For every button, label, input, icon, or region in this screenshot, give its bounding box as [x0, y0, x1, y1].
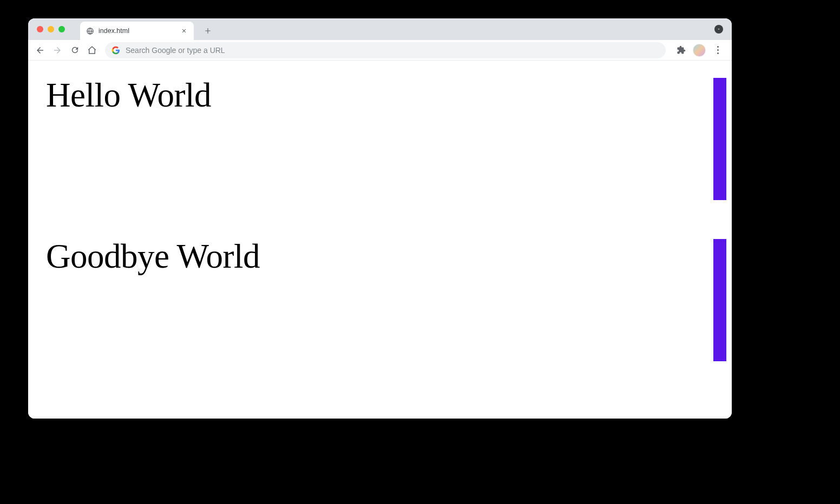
- address-bar[interactable]: Search Google or type a URL: [105, 42, 666, 58]
- close-window-button[interactable]: [37, 26, 43, 32]
- home-button[interactable]: [84, 43, 100, 58]
- search-tabs-button[interactable]: [714, 25, 723, 34]
- reload-button[interactable]: [67, 43, 82, 58]
- google-icon: [111, 46, 120, 55]
- browser-tab[interactable]: index.html: [80, 22, 194, 40]
- extensions-button[interactable]: [673, 43, 688, 58]
- address-bar-placeholder: Search Google or type a URL: [126, 46, 659, 55]
- new-tab-button[interactable]: [200, 23, 215, 38]
- page-viewport: Hello World Goodbye World: [28, 61, 732, 419]
- minimize-window-button[interactable]: [48, 26, 54, 32]
- forward-button[interactable]: [50, 43, 65, 58]
- toolbar: Search Google or type a URL: [28, 40, 732, 61]
- accent-bar-1: [713, 78, 726, 200]
- tab-title: index.html: [99, 27, 180, 35]
- profile-avatar[interactable]: [693, 44, 706, 57]
- browser-window: index.html: [28, 18, 732, 419]
- menu-button[interactable]: [710, 43, 725, 58]
- close-tab-button[interactable]: [180, 26, 188, 35]
- heading-goodbye: Goodbye World: [28, 222, 732, 276]
- tab-bar: index.html: [28, 18, 732, 40]
- heading-hello: Hello World: [28, 61, 732, 115]
- section-1: Hello World: [28, 61, 732, 222]
- section-2: Goodbye World: [28, 222, 732, 416]
- globe-icon: [86, 26, 94, 35]
- accent-bar-2: [713, 239, 726, 361]
- window-controls: [34, 18, 69, 40]
- back-button[interactable]: [32, 43, 48, 58]
- tab-bar-right: [714, 18, 723, 40]
- toolbar-right: [671, 43, 727, 58]
- maximize-window-button[interactable]: [58, 26, 65, 32]
